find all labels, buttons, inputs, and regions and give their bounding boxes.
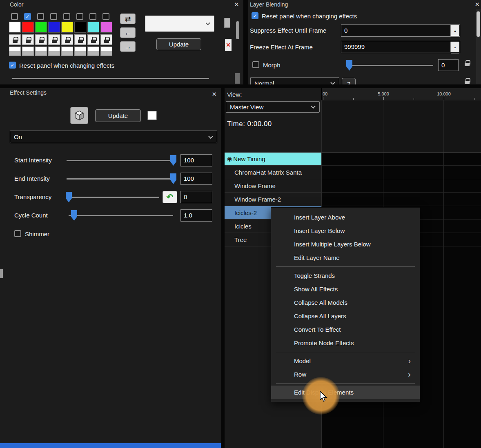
color-swatch[interactable] (100, 22, 112, 33)
update-effect-button[interactable]: Update (95, 109, 141, 122)
menu-item-convert-to-effect[interactable]: Convert To Effect (271, 323, 420, 336)
shift-right-button[interactable]: → (120, 41, 136, 52)
morph-slider-handle[interactable] (346, 60, 352, 71)
update-palette-button[interactable]: Update (156, 38, 201, 50)
panel-handle[interactable] (0, 269, 3, 278)
shimmer-checkbox[interactable] (14, 230, 21, 237)
freeze-frame-input[interactable]: 999999 ▲ ▼ (341, 41, 460, 53)
lock-button[interactable] (74, 34, 86, 45)
randomize-button[interactable] (70, 107, 88, 124)
suppress-frame-input[interactable]: 0 ▲ ▼ (341, 24, 460, 37)
end-intensity-slider-handle[interactable] (170, 173, 176, 184)
close-icon[interactable]: ✕ (474, 1, 480, 8)
value-swatch[interactable] (35, 47, 47, 56)
palette-scrollbar-thumb[interactable] (236, 21, 239, 39)
sparkles-slider[interactable] (12, 78, 209, 79)
menu-item-model[interactable]: Model › (271, 354, 420, 368)
color-checkbox[interactable] (76, 13, 83, 20)
grid-row[interactable] (322, 179, 481, 193)
lock-button[interactable] (100, 34, 112, 45)
clear-palette-button[interactable]: ✕ (225, 39, 232, 51)
value-swatch[interactable] (87, 47, 99, 56)
color-checkbox[interactable] (89, 13, 96, 20)
shift-left-button[interactable]: ← (120, 27, 136, 38)
palette-save-button[interactable] (224, 18, 230, 28)
grid-row[interactable] (322, 166, 481, 179)
lock-button[interactable] (48, 34, 60, 45)
menu-item-edit-layer-name[interactable]: Edit Layer Name (271, 251, 420, 264)
model-row[interactable]: Window Frame (225, 179, 321, 193)
model-row[interactable]: Window Frame-2 (225, 193, 321, 206)
morph-value-input[interactable]: 0 (438, 59, 459, 71)
menu-item-toggle-strands[interactable]: Toggle Strands (271, 269, 420, 282)
end-intensity-input[interactable]: 100 (180, 173, 212, 185)
start-intensity-input[interactable]: 100 (180, 154, 212, 166)
menu-item-collapse-all-models[interactable]: Collapse All Models (271, 296, 420, 309)
scrollbar-corner[interactable] (235, 73, 240, 84)
effect-color-swatch[interactable] (147, 111, 157, 120)
value-swatch[interactable] (22, 47, 34, 56)
blend-mode-dropdown[interactable]: Normal (250, 77, 339, 84)
color-swatch[interactable] (61, 22, 73, 33)
cycle-count-input[interactable]: 1.0 (180, 209, 212, 222)
effect-mode-dropdown[interactable]: On (10, 131, 217, 143)
value-swatch[interactable] (100, 47, 112, 56)
menu-item-promote-node-effects[interactable]: Promote Node Effects (271, 336, 420, 350)
value-swatch[interactable] (74, 47, 86, 56)
transparency-slider-track[interactable] (69, 197, 159, 198)
color-checkbox[interactable] (37, 13, 44, 20)
morph-slider-track[interactable] (346, 65, 433, 66)
palette-dropdown[interactable] (145, 16, 214, 32)
timeline-ruler[interactable]: 00 5.000 10.000 (321, 88, 481, 100)
color-swatch[interactable] (9, 22, 21, 33)
lock-button[interactable] (22, 34, 34, 45)
color-checkbox[interactable]: ✓ (24, 13, 31, 20)
spinner-up-icon[interactable]: ▲ (451, 25, 459, 37)
color-checkbox[interactable] (102, 13, 109, 20)
menu-item-collapse-all-layers[interactable]: Collapse All Layers (271, 309, 420, 323)
color-swatch[interactable] (87, 22, 99, 33)
reset-value-button[interactable]: ↶ (163, 191, 177, 203)
transparency-input[interactable]: 0 (180, 191, 212, 203)
close-icon[interactable]: ✕ (234, 1, 239, 8)
color-swatch[interactable] (48, 22, 60, 33)
transparency-slider-handle[interactable] (66, 192, 72, 202)
color-checkbox[interactable] (11, 13, 18, 20)
color-swatch[interactable] (35, 22, 47, 33)
color-swatch[interactable] (22, 22, 34, 33)
end-intensity-slider-track[interactable] (67, 178, 174, 180)
swap-colors-button[interactable]: ⇄ (120, 13, 136, 24)
cycle-count-slider-track[interactable] (69, 215, 173, 216)
color-checkbox[interactable] (63, 13, 70, 20)
lock-button[interactable] (87, 34, 99, 45)
value-swatch[interactable] (48, 47, 60, 56)
reset-panel-checkbox[interactable]: ✓ (9, 62, 16, 69)
start-intensity-slider-track[interactable] (67, 160, 174, 161)
lock-button[interactable] (61, 34, 73, 45)
color-swatch[interactable] (74, 22, 86, 33)
lock-icon[interactable] (465, 78, 470, 84)
value-swatch[interactable] (9, 47, 21, 56)
menu-item-insert-layer-above[interactable]: Insert Layer Above (271, 211, 420, 224)
menu-item-show-all-effects[interactable]: Show All Effects (271, 282, 420, 296)
close-icon[interactable]: ✕ (212, 91, 217, 98)
spinner-up-icon[interactable]: ▲ (451, 42, 459, 53)
model-row[interactable]: ChromaHat Matrix Santa (225, 166, 321, 179)
grid-row[interactable] (322, 152, 481, 166)
lock-button[interactable] (9, 34, 21, 45)
menu-item-edit-display-elements[interactable]: Edit Display Elements (271, 386, 420, 399)
cycle-count-slider-handle[interactable] (71, 210, 77, 221)
value-swatch[interactable] (61, 47, 73, 56)
timing-row[interactable]: ◉ New Timing (225, 152, 321, 166)
vertical-scrollbar[interactable] (476, 9, 481, 84)
lock-button[interactable] (35, 34, 47, 45)
menu-item-row[interactable]: Row › (271, 368, 420, 381)
view-dropdown[interactable]: Master View (226, 101, 320, 113)
menu-item-insert-layer-below[interactable]: Insert Layer Below (271, 224, 420, 237)
reset-panel-checkbox[interactable]: ✓ (252, 12, 258, 19)
color-checkbox[interactable] (50, 13, 57, 20)
blend-help-button[interactable]: ? (342, 78, 356, 84)
grid-row[interactable] (322, 193, 481, 206)
scrollbar-thumb[interactable] (477, 11, 480, 37)
lock-icon[interactable] (465, 60, 470, 66)
